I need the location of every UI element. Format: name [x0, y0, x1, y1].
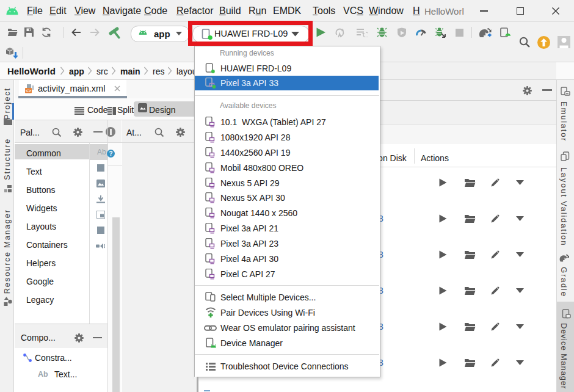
- svg-text:<>: <>: [26, 88, 31, 93]
